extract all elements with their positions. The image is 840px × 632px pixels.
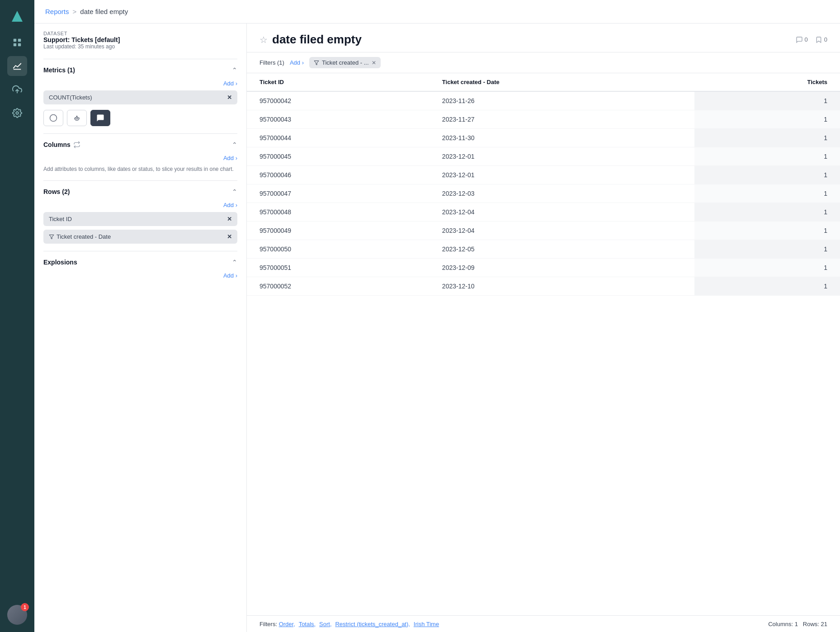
table-row: 9570000492023-12-041: [247, 222, 840, 240]
vis-buttons: [43, 110, 237, 126]
row-item-ticket-id-remove[interactable]: ✕: [227, 216, 232, 222]
table-row: 9570000472023-12-031: [247, 184, 840, 203]
sidebar-icon-chart[interactable]: [7, 56, 27, 76]
divider-3: [43, 180, 237, 181]
divider-4: [43, 251, 237, 251]
cell-ticket-created-date: 2023-12-10: [429, 277, 694, 296]
cell-ticket-created-date: 2023-11-27: [429, 110, 694, 129]
filter-chip-icon: [314, 60, 319, 66]
table-summary: Columns: 1 Rows: 21: [768, 621, 827, 627]
columns-collapse-btn[interactable]: ⌃: [232, 141, 237, 148]
left-panel: Dataset Support: Tickets [default] Last …: [34, 24, 247, 632]
user-avatar-container: 1: [7, 605, 27, 625]
comment-count-value: 0: [805, 36, 808, 43]
sidebar: 1: [0, 0, 34, 632]
right-panel: ☆ date filed empty 0 0: [247, 24, 840, 632]
cell-ticket-id: 957000048: [247, 203, 429, 222]
columns-sort-icon: [73, 141, 80, 148]
cell-ticket-id: 957000050: [247, 240, 429, 259]
cell-tickets: 1: [694, 259, 840, 277]
divider-2: [43, 133, 237, 134]
table-row: 9570000512023-12-091: [247, 259, 840, 277]
filter-link-totals[interactable]: Totals,: [299, 621, 316, 627]
rows-add-btn[interactable]: Add ›: [223, 202, 237, 208]
explosions-title: Explosions: [43, 259, 77, 266]
cell-ticket-created-date: 2023-12-04: [429, 222, 694, 240]
svg-rect-1: [14, 39, 16, 42]
metric-item-remove[interactable]: ✕: [227, 94, 232, 101]
filter-icon: [49, 234, 54, 240]
bottom-bar: Filters: Order, Totals, Sort, Restrict (…: [247, 615, 840, 632]
dataset-name: Support: Tickets [default]: [43, 36, 237, 43]
bookmark-count-value: 0: [824, 36, 827, 43]
svg-point-7: [16, 112, 19, 114]
filter-chip-remove[interactable]: ✕: [372, 60, 376, 66]
table-row: 9570000502023-12-051: [247, 240, 840, 259]
comment-count-icon: [796, 36, 803, 43]
vis-btn-wave[interactable]: [67, 110, 87, 126]
cell-ticket-id: 957000042: [247, 91, 429, 110]
table-body: 9570000422023-11-2619570000432023-11-271…: [247, 91, 840, 296]
cell-ticket-created-date: 2023-12-01: [429, 147, 694, 166]
columns-add-row: Add ›: [43, 155, 237, 161]
filter-link-restrict[interactable]: Restrict (tickets_created_at),: [335, 621, 410, 627]
columns-add-btn[interactable]: Add ›: [223, 155, 237, 161]
filter-link-order[interactable]: Order,: [279, 621, 295, 627]
top-bar: Reports > date filed empty: [34, 0, 840, 24]
content-area: Dataset Support: Tickets [default] Last …: [34, 24, 840, 632]
filter-link-irish-time[interactable]: Irish Time: [414, 621, 439, 627]
columns-title: Columns: [43, 141, 80, 148]
sidebar-icon-settings[interactable]: [7, 103, 27, 123]
cell-ticket-id: 957000046: [247, 166, 429, 184]
svg-rect-4: [18, 43, 21, 46]
metrics-collapse-btn[interactable]: ⌃: [232, 66, 237, 74]
divider-1: [43, 59, 237, 59]
cell-ticket-created-date: 2023-12-09: [429, 259, 694, 277]
explosions-section: Explosions ⌃ Add ›: [43, 259, 237, 279]
comment-count: 0: [796, 36, 808, 43]
filters-add-btn[interactable]: Add ›: [290, 59, 304, 66]
dataset-label: Dataset: [43, 31, 237, 36]
table-head: Ticket ID Ticket created - Date Tickets: [247, 73, 840, 91]
cell-tickets: 1: [694, 166, 840, 184]
notification-badge: 1: [21, 603, 29, 611]
breadcrumb-separator: >: [73, 8, 77, 15]
metrics-title: Metrics (1): [43, 66, 75, 74]
breadcrumb-reports-link[interactable]: Reports: [45, 8, 69, 15]
table-row: 9570000462023-12-011: [247, 166, 840, 184]
columns-description: Add attributes to columns, like dates or…: [43, 165, 237, 173]
sidebar-icon-grid[interactable]: [7, 33, 27, 52]
rows-title: Rows (2): [43, 188, 70, 195]
cell-tickets: 1: [694, 110, 840, 129]
explosions-add-btn[interactable]: Add ›: [223, 272, 237, 279]
metrics-add-row: Add ›: [43, 80, 237, 87]
cell-ticket-id: 957000044: [247, 129, 429, 147]
svg-marker-9: [49, 235, 54, 239]
breadcrumb-current-page: date filed empty: [80, 8, 128, 15]
row-item-ticket-id: Ticket ID ✕: [43, 212, 237, 226]
row-item-ticket-created-remove[interactable]: ✕: [227, 233, 232, 240]
sidebar-icon-upload[interactable]: [7, 80, 27, 99]
metric-item-count-tickets: COUNT(Tickets) ✕: [43, 90, 237, 104]
explosions-header: Explosions ⌃: [43, 259, 237, 268]
rows-section: Rows (2) ⌃ Add › Ticket ID ✕ Ticket crea…: [43, 188, 237, 244]
cell-tickets: 1: [694, 147, 840, 166]
explosions-collapse-btn[interactable]: ⌃: [232, 259, 237, 266]
cell-tickets: 1: [694, 222, 840, 240]
cell-ticket-created-date: 2023-12-05: [429, 240, 694, 259]
rows-collapse-btn[interactable]: ⌃: [232, 188, 237, 195]
vis-btn-droplet[interactable]: [43, 110, 63, 126]
app-logo[interactable]: [8, 7, 26, 25]
filter-chip-ticket-created[interactable]: Ticket created - ... ✕: [309, 57, 381, 68]
main-container: Reports > date filed empty Dataset Suppo…: [34, 0, 840, 632]
cell-ticket-id: 957000051: [247, 259, 429, 277]
metrics-add-btn[interactable]: Add ›: [223, 80, 237, 87]
filter-link-sort[interactable]: Sort,: [319, 621, 331, 627]
star-icon[interactable]: ☆: [260, 34, 268, 45]
columns-header: Columns ⌃: [43, 141, 237, 150]
table-row: 9570000432023-11-271: [247, 110, 840, 129]
cell-tickets: 1: [694, 184, 840, 203]
data-table-container: Ticket ID Ticket created - Date Tickets …: [247, 73, 840, 615]
vis-btn-chat[interactable]: [90, 110, 110, 126]
cell-ticket-created-date: 2023-11-30: [429, 129, 694, 147]
